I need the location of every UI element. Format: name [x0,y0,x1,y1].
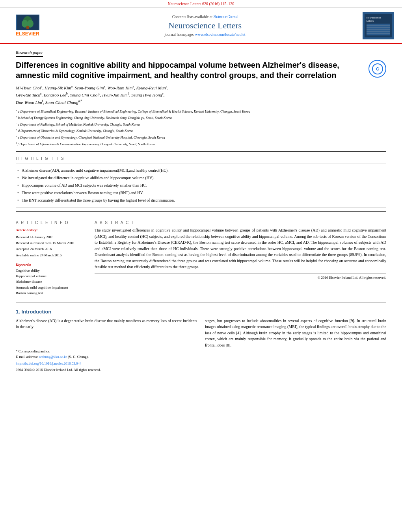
intro-left-text: Alzheimer's disease (AD) is a degenerati… [16,319,197,329]
intro-left-col: Alzheimer's disease (AD) is a degenerati… [16,318,197,373]
keyword-item: Hippocampal volume [16,273,87,279]
elsevier-tree-image [16,15,39,30]
footnote-section: * Corresponding author. E-mail address: … [16,346,197,360]
citation-text: Neuroscience Letters 620 (2016) 115–120 [168,2,234,6]
sciencedirect-link[interactable]: ScienceDirect [214,15,238,19]
highlights-label: H I G H L I G H T S [16,156,386,161]
keyword-item: Alzheimer disease [16,279,87,284]
intro-title: 1. Introduction [16,309,386,315]
elsevier-text: ELSEVIER [16,31,39,37]
citation-bar: Neuroscience Letters 620 (2016) 115–120 [0,0,402,8]
article-info-col: A R T I C L E I N F O Article history: R… [16,216,87,296]
keyword-item: Cognitive ability [16,268,87,273]
article-info-label: A R T I C L E I N F O [16,221,87,225]
received-date: Received 14 January 2016 [16,234,87,240]
revised-date: Received in revised form 15 March 2016 [16,240,87,246]
journal-title: Neuroscience Letters [47,20,363,31]
affiliation-a: a a Department of Biomedical Engineering… [16,108,386,114]
abstract-col: A B S T R A C T The study investigated d… [95,216,386,296]
affiliation-b: b b School of Energy Systems Engineering… [16,115,386,120]
highlight-item: Alzheimer disease(AD), amnestic mild cog… [16,167,386,174]
affiliation-f: f f Department of Information & Communic… [16,141,386,147]
article-title-section: Differences in cognitive ability and hip… [16,60,386,80]
accepted-date: Accepted 24 March 2016 [16,246,87,252]
corresponding-author-note: * Corresponding author. [16,348,197,354]
affiliation-c: c c Department of Radiology, School of M… [16,121,386,127]
highlight-item: We investigated the difference in cognit… [16,174,386,182]
svg-text:C: C [376,67,379,71]
intro-two-col: Alzheimer's disease (AD) is a degenerati… [16,318,386,373]
svg-text:Neuroscience: Neuroscience [367,17,381,19]
highlights-box: Alzheimer disease(AD), amnestic mild cog… [16,163,386,208]
journal-thumbnail: Neuroscience Letters [363,12,394,39]
affiliation-e: e e Department of Obstetrics and Gynecol… [16,134,386,140]
abstract-section: The study investigated differences in co… [95,227,386,280]
article-info-section: Article history: Received 14 January 201… [16,227,87,296]
article-type-label: Research paper [16,50,43,57]
abstract-text: The study investigated differences in co… [95,227,386,270]
intro-right-text: stages, but progresses to include abnorm… [205,319,386,347]
crossmark-icon[interactable]: C [368,60,386,78]
online-date: Available online 24 March 2016 [16,252,87,258]
keywords-label: Keywords: [16,262,87,267]
keyword-item: Amnestic mild cognitive impairment [16,285,87,290]
svg-rect-4 [26,26,29,29]
homepage-url[interactable]: www.elsevier.com/locate/neulet [195,32,246,37]
introduction-section: 1. Introduction Alzheimer's disease (AD)… [16,302,386,373]
history-label: Article history: [16,227,87,233]
journal-header: ELSEVIER Contents lists available at Sci… [0,8,402,44]
svg-text:Letters: Letters [367,20,374,22]
affiliations: a a Department of Biomedical Engineering… [16,108,386,152]
article-title: Differences in cognitive ability and hip… [16,60,368,80]
authors-line: Mi-Hyun Choia, Hyung-Sik Kima, Seon-Youn… [16,84,386,106]
page: Neuroscience Letters 620 (2016) 115–120 … [0,0,402,532]
doi-line[interactable]: http://dx.doi.org/10.1016/j.neulet.2016.… [16,361,197,367]
info-abstract-cols: A R T I C L E I N F O Article history: R… [16,211,386,296]
email-line: E-mail address: scchung@kku.ac.kr (S.-C.… [16,354,197,360]
keyword-item: Boston naming test [16,290,87,296]
copyright-line: © 2016 Elsevier Ireland Ltd. All rights … [95,273,386,280]
journal-homepage: journal homepage: www.elsevier.com/locat… [47,32,363,37]
email-link[interactable]: scchung@kku.ac.kr [39,355,67,359]
highlight-item: There were positive correlations between… [16,189,386,196]
intro-right-col: stages, but progresses to include abnorm… [205,318,386,373]
keywords-list: Cognitive ability Hippocampal volume Alz… [16,268,87,296]
abstract-label: A B S T R A C T [95,221,386,225]
keywords-section: Keywords: Cognitive ability Hippocampal … [16,262,87,296]
highlight-item: Hippocampus volume of AD and MCI subject… [16,182,386,189]
highlights-list: Alzheimer disease(AD), amnestic mild cog… [16,167,386,204]
elsevier-logo: ELSEVIER [8,14,47,37]
affiliation-d: d d Department of Obstetrics & Gynecolog… [16,128,386,133]
main-content: Research paper Differences in cognitive … [0,44,402,379]
sciencedirect-line: Contents lists available at ScienceDirec… [47,15,363,19]
issn-line: 0304-3940/© 2016 Elsevier Ireland Ltd. A… [16,367,197,373]
highlight-item: The BNT accurately differentiated the th… [16,196,386,204]
journal-center: Contents lists available at ScienceDirec… [47,15,363,37]
